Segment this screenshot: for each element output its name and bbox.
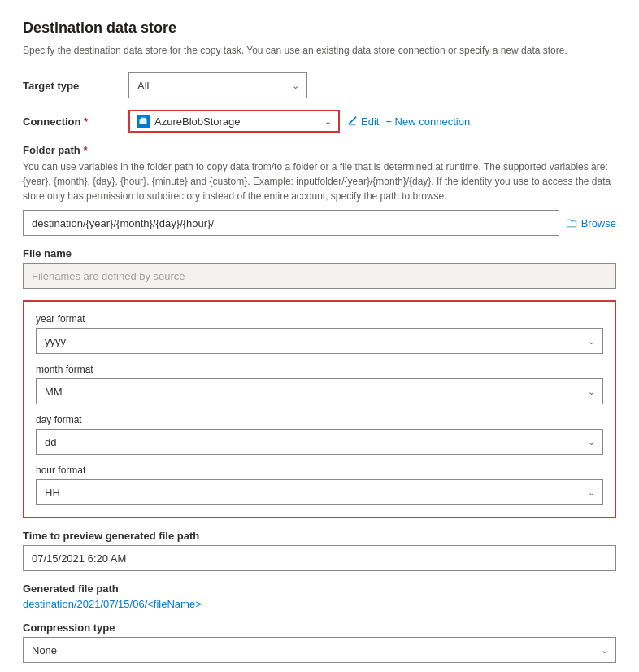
target-type-select[interactable]: All Azure AWS Google Generic: [128, 72, 307, 98]
month-format-label: month format: [36, 364, 603, 375]
format-section: year format yyyy yy YYYY ⌄ month format …: [23, 300, 616, 518]
compression-select-wrapper: None GZip Deflate BZip2 ZipDeflate Snapp…: [23, 637, 616, 663]
generated-path-label: Generated file path: [23, 583, 616, 595]
new-connection-button[interactable]: + New connection: [385, 116, 470, 128]
time-preview-input[interactable]: [23, 545, 616, 571]
edit-connection-button[interactable]: Edit: [346, 116, 379, 128]
target-type-select-wrapper: All Azure AWS Google Generic ⌄: [128, 72, 307, 98]
year-format-label: year format: [36, 313, 603, 325]
connection-control: AzureBlobStorage ⌄ Edit + New connection: [128, 110, 616, 133]
file-name-section: File name: [23, 247, 616, 289]
generated-path-section: Generated file path destination/2021/07/…: [23, 583, 616, 610]
edit-icon: [346, 116, 358, 127]
month-format-row: month format MM M mm ⌄: [36, 364, 603, 404]
browse-button[interactable]: Browse: [566, 217, 616, 229]
year-format-select[interactable]: yyyy yy YYYY: [36, 328, 603, 354]
compression-type-label: Compression type: [23, 622, 616, 634]
folder-icon: [566, 217, 577, 229]
connection-row: Connection * AzureBlobStorage ⌄: [23, 110, 616, 133]
file-name-label: File name: [23, 247, 616, 260]
compression-section: Compression type None GZip Deflate BZip2…: [23, 622, 616, 663]
day-format-label: day format: [36, 414, 603, 425]
folder-path-input[interactable]: [23, 210, 559, 236]
time-preview-section: Time to preview generated file path: [23, 530, 616, 571]
folder-path-section: Folder path * You can use variables in t…: [23, 144, 616, 236]
hour-format-select-wrapper: HH H hh ⌄: [36, 479, 603, 505]
hour-format-label: hour format: [36, 465, 603, 476]
connection-label: Connection *: [23, 116, 128, 128]
month-format-select-wrapper: MM M mm ⌄: [36, 378, 603, 404]
azure-blob-icon: [137, 115, 150, 128]
day-format-select[interactable]: dd d DD: [36, 429, 603, 455]
generated-path-value: destination/2021/07/15/06/<fileName>: [23, 598, 616, 610]
hour-format-select[interactable]: HH H hh: [36, 479, 603, 505]
time-preview-label: Time to preview generated file path: [23, 530, 616, 542]
connection-chevron-icon: ⌄: [324, 116, 332, 127]
target-type-label: Target type: [23, 80, 128, 92]
connection-select-box[interactable]: AzureBlobStorage ⌄: [128, 110, 340, 133]
compression-type-select[interactable]: None GZip Deflate BZip2 ZipDeflate Snapp…: [23, 637, 616, 663]
page-description: Specify the destination data store for t…: [23, 43, 616, 58]
target-type-control: All Azure AWS Google Generic ⌄: [128, 72, 616, 98]
svg-rect-1: [141, 118, 146, 120]
hour-format-row: hour format HH H hh ⌄: [36, 465, 603, 505]
month-format-select[interactable]: MM M mm: [36, 378, 603, 404]
page-title: Destination data store: [23, 20, 616, 37]
folder-path-input-row: Browse: [23, 210, 616, 236]
folder-path-label: Folder path *: [23, 144, 616, 156]
year-format-row: year format yyyy yy YYYY ⌄: [36, 313, 603, 354]
target-type-row: Target type All Azure AWS Google Generic…: [23, 72, 616, 98]
file-name-input[interactable]: [23, 263, 616, 289]
day-format-select-wrapper: dd d DD ⌄: [36, 429, 603, 455]
year-format-select-wrapper: yyyy yy YYYY ⌄: [36, 328, 603, 354]
day-format-row: day format dd d DD ⌄: [36, 414, 603, 455]
connection-value: AzureBlobStorage: [154, 116, 316, 128]
folder-path-description: You can use variables in the folder path…: [23, 159, 616, 203]
